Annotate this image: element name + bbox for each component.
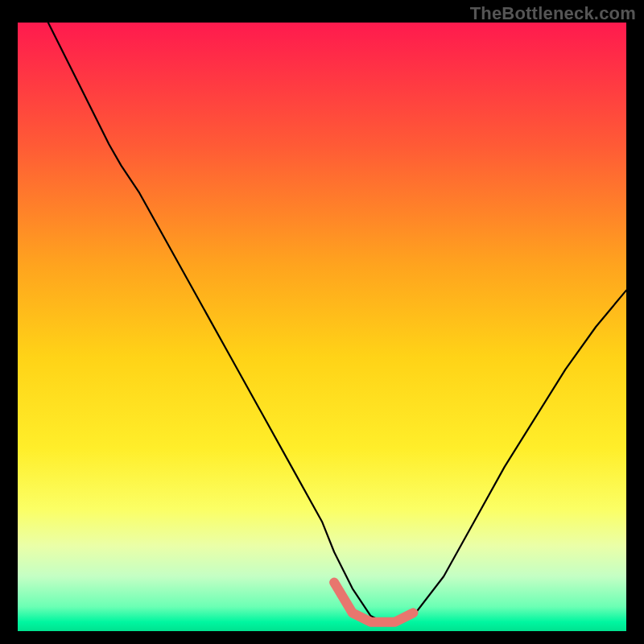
watermark-text: TheBottleneck.com xyxy=(470,3,636,24)
chart-frame: TheBottleneck.com xyxy=(0,0,644,644)
plot-svg xyxy=(18,23,626,631)
gradient-background xyxy=(18,23,626,631)
plot-area xyxy=(18,23,626,631)
